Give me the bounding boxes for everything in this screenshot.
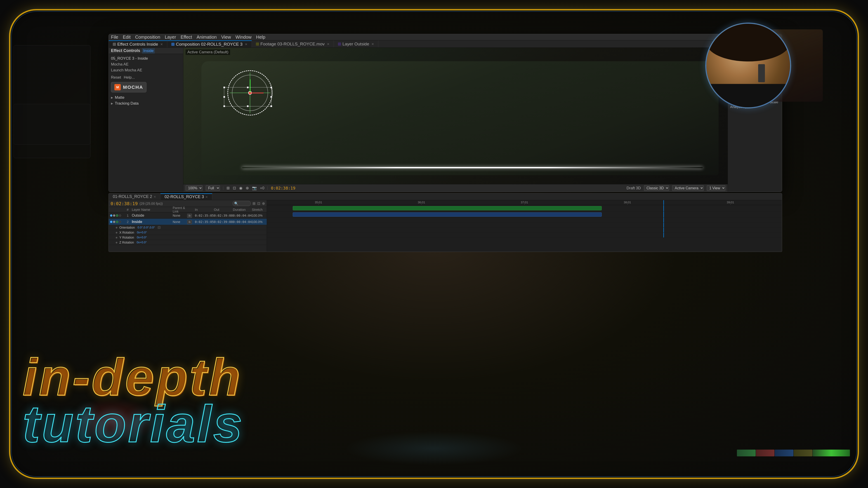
tab-effect-controls[interactable]: Effect Controls Inside ✕ xyxy=(109,40,167,47)
effect-panel-body: 05_ROYCE 3 - Inside Mocha AE Launch Moch… xyxy=(109,54,183,109)
zoom-select[interactable]: 100% 50% 200% xyxy=(186,185,203,191)
3d-icon-1[interactable] xyxy=(116,215,118,217)
current-time-display: 0:02:38:19 xyxy=(271,186,295,191)
presenter-face xyxy=(706,24,790,107)
layer-list: 0:02:38:19 (29 (25.00 fps)) ⊞ ⊡ ⊕ # Laye… xyxy=(109,200,267,252)
subprop-xrotation: ◈ X Rotation 0x+0.0° xyxy=(109,230,267,235)
zrot-value[interactable]: 0x+0.0° xyxy=(137,240,147,244)
matte-property[interactable]: ▶ Matte xyxy=(111,95,181,101)
effect-panel-header: Effect Controls Inside xyxy=(109,48,183,54)
handle-bl xyxy=(223,105,225,107)
solo-icon-2[interactable] xyxy=(119,221,121,223)
handle-tl xyxy=(223,87,225,88)
microphone-stand xyxy=(758,64,765,82)
ruler-label-5: 39:01 xyxy=(727,201,734,204)
bar-icon-1[interactable]: ⊞ xyxy=(226,186,230,191)
eye-icon-1[interactable] xyxy=(110,215,112,217)
layer-name-inside: Inside xyxy=(132,220,172,224)
bar-divider1 xyxy=(223,186,223,190)
menu-window[interactable]: Window xyxy=(236,35,252,40)
presenter-hair xyxy=(706,24,790,61)
toolbar-btn-3[interactable]: ⊕ xyxy=(262,201,265,205)
timeline-tab2-close[interactable]: ✕ xyxy=(205,195,208,199)
reset-button[interactable]: Reset xyxy=(111,75,121,80)
tab-effect-close[interactable]: ✕ xyxy=(160,42,163,46)
tracking-data-property[interactable]: ▶ Tracking Data xyxy=(111,101,181,106)
lock-icon-1[interactable] xyxy=(113,215,115,217)
menu-edit[interactable]: Edit xyxy=(123,35,130,40)
orientation-stopwatch[interactable] xyxy=(158,226,160,229)
timeline-tab-2[interactable]: 02-ROLLS_ROYCE 3 ✕ xyxy=(160,193,212,200)
lock-icon-2[interactable] xyxy=(113,221,115,223)
timeline-ruler: 35:01 36:01 37:01 38:01 39:01 xyxy=(267,200,782,205)
tab-row: Effect Controls Inside ✕ Composition 02-… xyxy=(109,40,782,48)
workspace: Effect Controls Inside 05_ROYCE 3 - Insi… xyxy=(109,48,782,192)
timeline-tab-1[interactable]: 01-ROLLS_ROYCE 2 ✕ xyxy=(109,193,160,200)
mocha-ae-label: Mocha AE xyxy=(111,62,129,67)
menu-view[interactable]: View xyxy=(221,35,231,40)
layer-search-input[interactable] xyxy=(232,201,251,206)
col-stretch-header: Stretch xyxy=(252,207,266,212)
toolbar-btn-1[interactable]: ⊞ xyxy=(252,201,255,205)
tab-footage-close[interactable]: ✕ xyxy=(327,42,330,46)
toolbar-btn-2[interactable]: ⊡ xyxy=(257,201,260,205)
matte-label: Matte xyxy=(115,95,125,100)
bar-icon-3[interactable]: ◉ xyxy=(239,186,243,191)
col-out-header: Out xyxy=(214,207,232,212)
track-playhead-1 xyxy=(663,205,664,211)
camera-select[interactable]: Active Camera xyxy=(672,185,704,191)
track-bar-outside[interactable] xyxy=(293,206,602,210)
layer-fx-1: fx xyxy=(187,214,194,218)
handle-mr xyxy=(270,96,272,98)
help-button[interactable]: Help... xyxy=(124,75,135,80)
comp-canvas[interactable]: Active Camera (Default) xyxy=(183,48,727,184)
mocha-launch-button[interactable]: M MOCHA xyxy=(111,82,147,92)
orientation-value[interactable]: 0.0°,0.0°,0.0° xyxy=(137,226,155,229)
menu-animation[interactable]: Animation xyxy=(197,35,217,40)
menu-layer[interactable]: Layer xyxy=(165,35,176,40)
quality-select[interactable]: Full Half xyxy=(206,185,220,191)
orientation-label: Orientation xyxy=(119,226,135,229)
3d-icon-2[interactable] xyxy=(116,221,118,223)
menu-composition[interactable]: Composition xyxy=(135,35,160,40)
timeline-tabs: 01-ROLLS_ROYCE 2 ✕ 02-ROLLS_ROYCE 3 ✕ xyxy=(109,193,782,200)
track-playhead-sub3 xyxy=(663,228,664,232)
selection-box xyxy=(224,87,272,106)
tab-footage[interactable]: Footage 03-ROLLS_ROYCE.mov ✕ xyxy=(252,40,334,47)
matte-arrow: ▶ xyxy=(111,96,113,99)
presenter-shirt xyxy=(706,78,790,107)
bar-icon-5[interactable]: 📷 xyxy=(252,186,257,191)
tab-icon-layer xyxy=(338,42,341,46)
tab-layer-close[interactable]: ✕ xyxy=(371,42,374,46)
bar-icon-2[interactable]: ⊡ xyxy=(233,186,236,191)
yrot-value[interactable]: 0x+0.0° xyxy=(137,236,147,239)
timeline-playhead[interactable] xyxy=(663,200,664,205)
bar-icon-4[interactable]: ⊕ xyxy=(246,186,249,191)
menu-help[interactable]: Help xyxy=(256,35,266,40)
layer-row-outside[interactable]: 1 Outside None fx 0:02:35:05 0:02:39:08 … xyxy=(109,213,267,219)
handle-tr xyxy=(270,87,272,88)
layout-select[interactable]: 1 View xyxy=(707,185,725,191)
timeline-tab2-label: 02-ROLLS_ROYCE 3 xyxy=(164,195,204,199)
yrot-label: Y Rotation xyxy=(119,236,134,239)
eye-icon-2[interactable] xyxy=(110,221,112,223)
tab-layer[interactable]: Layer Outside ✕ xyxy=(334,40,378,47)
track-bar-inside[interactable] xyxy=(293,213,602,217)
view-mode-select[interactable]: Classic 3D xyxy=(644,185,669,191)
launch-mocha-row[interactable]: Launch Mocha AE xyxy=(111,68,181,72)
menu-file[interactable]: File xyxy=(111,35,118,40)
solo-icon-1[interactable] xyxy=(119,215,121,217)
timeline-tab1-close[interactable]: ✕ xyxy=(153,195,156,199)
layer-parent-1[interactable]: None xyxy=(173,214,186,217)
tab-composition[interactable]: Composition 02-ROLLS_ROYCE 3 ✕ xyxy=(167,40,252,47)
col-num: # xyxy=(125,207,131,212)
active-camera-label: Active Camera (Default) xyxy=(186,50,230,55)
layer-dur-2: 0:00:04:04 xyxy=(233,220,251,224)
tab-comp-close[interactable]: ✕ xyxy=(245,42,248,46)
layer-parent-2[interactable]: None xyxy=(173,220,186,224)
xrot-value[interactable]: 0x+0.0° xyxy=(137,231,147,234)
menubar: File Edit Composition Layer Effect Anima… xyxy=(109,34,782,40)
menu-effect[interactable]: Effect xyxy=(181,35,192,40)
mocha-ae-row[interactable]: Mocha AE xyxy=(111,62,181,67)
layer-row-inside[interactable]: 2 Inside None fx 0:02:35:05 0:02:39:08 0… xyxy=(109,219,267,225)
